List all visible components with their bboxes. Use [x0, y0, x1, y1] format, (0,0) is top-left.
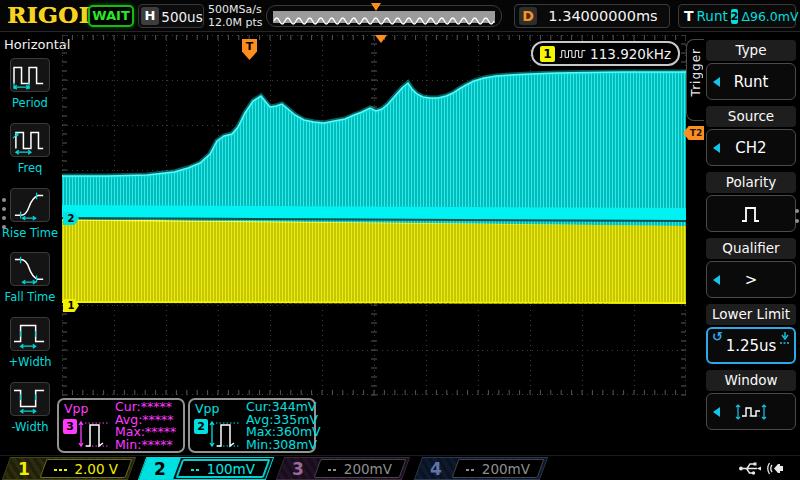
menu-label-type: Type — [706, 40, 796, 61]
ch3-number: 3 — [281, 458, 315, 479]
menu-label-lower-limit: Lower Limit — [706, 304, 796, 325]
freq-counter-channel-badge: 1 — [540, 46, 555, 62]
left-triangle-icon — [713, 143, 720, 153]
left-triangle-icon — [713, 275, 720, 285]
minus-width-icon — [11, 383, 49, 415]
rise-time-icon — [11, 189, 49, 221]
trigger-menu: Type Runt Source CH2 Polarity Qualifier … — [704, 35, 800, 455]
menu-page-dot — [2, 207, 6, 211]
measure-item-period-label: Period — [0, 96, 60, 110]
menu-value-source: CH2 — [735, 139, 766, 157]
menu-button-type[interactable]: Runt — [706, 63, 796, 100]
measure-item-fall-time[interactable] — [10, 252, 50, 286]
vpp-pulse-icon — [207, 415, 245, 453]
measure-item-freq-label: Freq — [0, 161, 60, 175]
horizontal-h-badge: H — [141, 7, 159, 25]
menu-page-dot — [2, 216, 6, 220]
measurement-channel-badge: 2 — [194, 419, 208, 434]
menu-button-qualifier[interactable]: > — [706, 261, 796, 298]
measurement-line-min: Min:***** — [115, 439, 176, 452]
knob-select-icon — [779, 331, 791, 345]
delay-d-badge: D — [519, 7, 537, 25]
measurement-box-vpp-ch2: Vpp 2 Cur:344mV Avg:335mV Max:360mV Min:… — [188, 398, 316, 453]
measure-item-period[interactable] — [10, 58, 50, 92]
ch4-number: 4 — [419, 458, 453, 479]
measurement-name: Vpp — [195, 401, 219, 416]
measure-menu-title: Horizontal — [4, 37, 70, 52]
menu-button-source[interactable]: CH2 — [706, 129, 796, 166]
ch1-scale-pill: 2.00 V — [40, 459, 133, 478]
trigger-t-label: T — [684, 8, 694, 24]
menu-label-qualifier: Qualifier — [706, 238, 796, 259]
rotate-knob-icon: ↺ — [712, 329, 723, 344]
trigger-type-text: Runt — [697, 8, 728, 24]
runt-window-icon — [731, 401, 771, 423]
menu-label-polarity: Polarity — [706, 172, 796, 193]
memory-waveform-squiggle — [273, 14, 495, 26]
menu-value-lower-limit: 1.25us — [726, 337, 777, 355]
measurement-name: Vpp — [64, 401, 88, 416]
menu-page-dot — [795, 209, 799, 213]
channel-tab-ch4[interactable]: 4 200mV — [414, 457, 548, 480]
ch3-scale-pill: 200mV — [314, 459, 407, 478]
oscilloscope-screen: RIGOL WAIT H 500us 500MSa/s 12.0M pts D … — [0, 0, 800, 480]
period-icon — [11, 59, 49, 91]
ch2-scale-pill: 100mV — [176, 459, 271, 478]
waveform-display — [62, 35, 686, 455]
delay-readout-box[interactable]: D 1.34000000ms — [514, 4, 670, 28]
dc-coupling-icon — [466, 466, 476, 471]
usb-icon[interactable] — [738, 460, 762, 477]
memory-preview-bar[interactable] — [266, 5, 502, 27]
measurement-box-vpp-ch3: Vpp 3 Cur:***** Avg:***** Max:***** Min:… — [57, 398, 185, 453]
menu-value-qualifier: > — [745, 271, 758, 289]
measure-item-plus-width[interactable] — [10, 317, 50, 351]
freq-icon — [11, 124, 49, 156]
horizontal-timebase-box[interactable]: H 500us — [138, 4, 204, 28]
menu-button-window[interactable] — [706, 393, 796, 430]
ch4-scale: 200mV — [482, 461, 530, 477]
dc-coupling-icon — [54, 466, 68, 471]
square-wave-icon — [559, 47, 586, 61]
ch1-scale: 2.00 V — [74, 461, 118, 477]
preview-trigger-marker-icon[interactable] — [371, 3, 381, 11]
beeper-icon[interactable] — [766, 460, 786, 477]
channel-tab-ch2[interactable]: 2 100mV — [138, 457, 274, 480]
menu-page-dot — [2, 225, 6, 229]
measure-item-minus-width[interactable] — [10, 382, 50, 416]
plus-width-icon — [11, 318, 49, 350]
trigger-level-text: Δ96.0mV — [741, 9, 798, 24]
measure-menu: Horizontal Period Freq Rise Time — [0, 32, 60, 455]
ch4-scale-pill: 200mV — [452, 459, 545, 478]
measurement-line-min: Min:308mV — [246, 439, 321, 452]
menu-button-polarity[interactable] — [706, 195, 796, 232]
ch3-scale: 200mV — [344, 461, 392, 477]
menu-value-type: Runt — [734, 73, 769, 91]
measure-item-freq[interactable] — [10, 123, 50, 157]
trigger-menu-tab: Trigger — [686, 39, 704, 121]
left-triangle-icon — [713, 77, 720, 87]
measure-item-plus-width-label: +Width — [0, 355, 60, 369]
delay-position-marker-icon[interactable] — [375, 35, 387, 43]
ch2-number: 2 — [143, 458, 177, 479]
rigol-logo: RIGOL — [7, 1, 95, 28]
menu-page-dot — [2, 198, 6, 202]
measurement-channel-badge: 3 — [63, 419, 77, 434]
trigger-status-box[interactable]: T Runt 2 Δ96.0mV — [678, 4, 796, 28]
fall-time-icon — [11, 253, 49, 285]
channel-tab-ch1[interactable]: 1 2.00 V — [2, 457, 136, 480]
sample-rate: 500MSa/s — [208, 3, 263, 16]
run-status-badge: WAIT — [88, 5, 134, 27]
memory-window-band — [273, 11, 495, 23]
vpp-pulse-icon — [76, 415, 114, 453]
channel-tab-ch3[interactable]: 3 200mV — [276, 457, 410, 480]
menu-page-dot — [795, 219, 799, 223]
trigger-menu-tab-label: Trigger — [689, 48, 703, 96]
measure-item-rise-time[interactable] — [10, 188, 50, 222]
trigger-level-badge[interactable]: T2 — [683, 126, 705, 140]
delay-value: 1.34000000ms — [539, 5, 667, 28]
acquisition-info: 500MSa/s 12.0M pts — [208, 3, 263, 29]
runt-pulse-icon — [738, 203, 764, 225]
ch1-number: 1 — [7, 458, 41, 479]
channel-status-bar: 1 2.00 V 2 100mV 3 — [0, 455, 800, 480]
menu-button-lower-limit[interactable]: ↺ 1.25us — [706, 327, 796, 364]
